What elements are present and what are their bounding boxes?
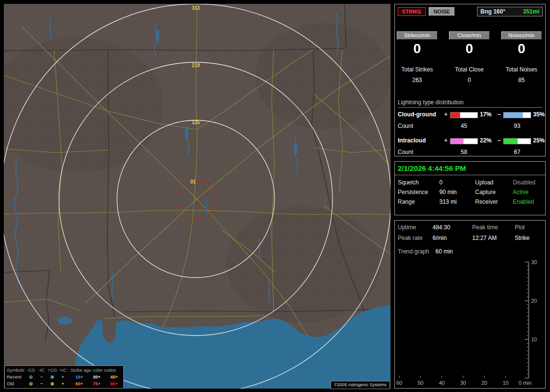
trend-x-tick-60: 60 <box>396 380 402 386</box>
count-label: Count <box>398 149 413 155</box>
receiver-status: Enabled <box>513 198 534 205</box>
cg-minus-count: 93 <box>503 123 531 129</box>
range-value: 313 mi <box>439 198 457 205</box>
trend-y-tick-10: 10 <box>531 336 537 342</box>
strike-stats-panel: STRIKE NOISE Bng 160° 351mi Strikes/min … <box>394 4 546 156</box>
trend-x-tick-50: 50 <box>418 380 423 386</box>
age-75: 75+ <box>89 380 104 387</box>
uptime-row: Uptime 484:30 Peak time Plot <box>398 224 544 232</box>
cg-plus-bar <box>450 112 478 118</box>
legend-col-pic: +IC <box>58 367 68 374</box>
minus-icon: − <box>37 380 46 387</box>
minus-icon: − <box>497 112 501 118</box>
intracloud-row: Intracloud + 22% − 25% <box>398 138 543 144</box>
count-label: Count <box>398 123 413 129</box>
ic-minus-percent: 25% <box>533 138 545 144</box>
legend-symbols-header: Symbols <box>7 367 24 374</box>
plot-value: Strike <box>515 235 530 241</box>
trend-x-tick-40: 40 <box>439 380 445 386</box>
status-row: Range 313 mi Receiver Enabled <box>398 198 544 206</box>
peak-rate-value: 6/min <box>433 235 447 241</box>
legend-col-pcg: +CG <box>47 367 57 374</box>
upload-label: Upload <box>475 179 493 186</box>
plus-icon: + <box>444 138 448 144</box>
app-window: { "map": { "ring_labels": ["313", "219",… <box>0 0 550 392</box>
ring-label-125: 125 <box>192 120 200 125</box>
lightning-map[interactable]: 313 219 125 31 <box>4 4 391 389</box>
circle-plus-icon: ⊕ <box>47 374 57 380</box>
upload-status: Disabled <box>513 179 536 186</box>
total-strikes-label: Total Strikes <box>395 66 439 73</box>
cloud-ground-row: Cloud-ground + 17% − 35% <box>398 112 543 118</box>
bearing-label: Bng 160° <box>480 8 505 15</box>
squelch-value: 0 <box>439 179 443 186</box>
trend-graph-label: Trend graph <box>398 248 429 255</box>
status-row: Persistence 90 min Capture Active <box>398 189 544 196</box>
divider <box>395 175 545 175</box>
cg-plus-count: 45 <box>450 123 478 129</box>
age-30: 30+ <box>89 374 104 380</box>
age-45: 45+ <box>106 374 122 380</box>
capture-status: Active <box>513 189 529 196</box>
ring-label-313: 313 <box>192 5 200 11</box>
ic-plus-count: 58 <box>450 149 478 155</box>
intracloud-label: Intracloud <box>398 138 426 144</box>
intracloud-count-row: Count 58 67 <box>398 149 543 156</box>
distribution-title: Lightning type distribution <box>398 99 542 108</box>
ring-label-31: 31 <box>190 179 196 184</box>
capture-label: Capture <box>475 189 496 196</box>
uptime-value: 484:30 <box>433 224 450 231</box>
age-15: 15+ <box>72 374 87 380</box>
trend-graph-value: 60 min <box>435 248 453 255</box>
noise-button[interactable]: NOISE <box>429 7 455 16</box>
close-per-min-button[interactable]: Close/min <box>449 31 490 40</box>
age-60: 60+ <box>72 380 87 387</box>
datetime-display: 2/1/2026 4:44:56 PM <box>398 164 466 172</box>
circle-minus-icon: ⊖ <box>26 380 36 387</box>
cg-plus-percent: 17% <box>480 112 492 118</box>
total-noises-value: 85 <box>499 77 544 84</box>
uptime-label: Uptime <box>398 224 416 231</box>
ic-minus-count: 67 <box>503 149 531 155</box>
legend-age-header: Strike age color codes <box>71 367 116 374</box>
total-close-label: Total Close <box>447 66 492 73</box>
cg-minus-percent: 35% <box>533 112 545 118</box>
peak-time-label: Peak time <box>472 224 498 231</box>
strikes-per-min-value: 0 <box>395 41 439 56</box>
trend-minor-ticks <box>527 266 529 374</box>
bearing-range: 351mi <box>523 8 539 15</box>
total-strikes-value: 263 <box>395 77 439 84</box>
total-noises-label: Total Noises <box>499 66 544 73</box>
minus-icon: − <box>497 138 501 144</box>
ic-plus-bar <box>450 138 478 144</box>
cg-minus-bar <box>503 112 531 118</box>
strike-legend: Symbols -CG -IC +CG +IC Strike age color… <box>4 365 124 389</box>
persistence-label: Persistence <box>398 189 428 196</box>
status-row: Squelch 0 Upload Disabled <box>398 179 544 187</box>
ring-label-219: 219 <box>192 63 200 68</box>
cloud-ground-count-row: Count 45 93 <box>398 123 543 130</box>
strike-button[interactable]: STRIKE <box>398 7 426 16</box>
strikes-per-min-button[interactable]: Strikes/min <box>397 31 437 40</box>
copyright-notice: ©2005 Astrogenic Systems <box>331 381 390 389</box>
ic-plus-percent: 22% <box>480 138 492 144</box>
trend-x-tick-20: 20 <box>481 380 487 386</box>
trend-graph-row: Trend graph 60 min <box>398 248 544 256</box>
cloud-ground-label: Cloud-ground <box>398 112 436 118</box>
peak-time-value: 12:27 AM <box>472 235 497 241</box>
legend-old-label: Old <box>7 380 14 387</box>
trend-y-tick-20: 20 <box>531 298 537 304</box>
circle-plus-icon: ⊕ <box>47 380 57 387</box>
trend-x-tick-10: 10 <box>503 380 508 386</box>
trend-x-tick-0min: 0 min <box>519 380 532 386</box>
trend-x-ticks <box>399 376 506 378</box>
noises-per-min-button[interactable]: Noises/min <box>501 31 542 40</box>
circle-minus-icon: ⊖ <box>26 374 36 380</box>
legend-col-ncg: -CG <box>26 367 36 374</box>
squelch-label: Squelch <box>398 179 419 186</box>
bearing-display: Bng 160° 351mi <box>477 7 543 16</box>
trend-x-tick-30: 30 <box>460 380 466 386</box>
trend-graph: 30 20 10 60 50 40 30 20 10 0 min <box>395 258 545 388</box>
legend-col-nic: -IC <box>37 367 46 374</box>
trend-y-tick-30: 30 <box>531 259 537 265</box>
